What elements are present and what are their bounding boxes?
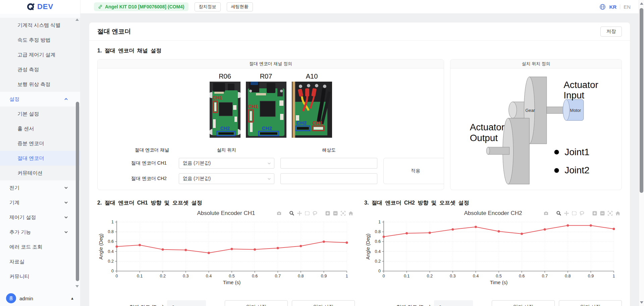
page-scrollbar[interactable] — [639, 0, 644, 306]
svg-text:0.8: 0.8 — [298, 274, 304, 278]
board-photo-r06: CH1 CH2 — [210, 82, 240, 138]
ch2-install-position-select[interactable]: 없음 (기본값) — [179, 173, 274, 184]
svg-text:Time (s): Time (s) — [223, 280, 241, 285]
ch1-read-start-button-2[interactable]: 읽기 시작 — [292, 300, 355, 306]
sidebar-group-electrical[interactable]: 전기 — [0, 180, 80, 195]
lang-en[interactable]: EN — [624, 4, 631, 10]
chevron-down-icon — [64, 201, 68, 205]
board-photo-a10: CH2 CH1 — [292, 82, 332, 138]
autoscale-icon[interactable] — [607, 211, 613, 216]
sidebar-item-advanced-controller[interactable]: 고급 제어기 설계 — [0, 47, 80, 62]
sidebar-item-incremental-encoder[interactable]: 증분 엔코더 — [0, 136, 80, 151]
sidebar-item-commutation[interactable]: 커뮤테이션 — [0, 166, 80, 180]
pan-icon[interactable] — [297, 211, 302, 216]
camera-icon[interactable] — [276, 211, 282, 216]
box-select-icon[interactable] — [572, 211, 577, 216]
diagram-actuator-output-line1: Actuator — [470, 122, 504, 132]
sidebar-item-error-codes[interactable]: 에러 코드 조회 — [0, 239, 80, 254]
sidebar-item-gait-phase-measure[interactable]: 보행 위상 측정 — [0, 77, 80, 92]
camera-icon[interactable] — [543, 211, 549, 216]
ch1-select-value: 없음 (기본값) — [183, 160, 211, 166]
ch2-read-start-button-1[interactable]: 읽기 시작 — [492, 300, 555, 306]
svg-text:0: 0 — [111, 269, 114, 273]
ch1-read-start-button-1[interactable]: 읽기 시작 — [225, 300, 288, 306]
ch1-install-position-select[interactable]: 없음 (기본값) — [179, 158, 274, 169]
sidebar-item-mechanical-system-id[interactable]: 기계적 시스템 식별 — [0, 18, 80, 33]
link-icon — [98, 4, 103, 9]
svg-text:0.8: 0.8 — [108, 229, 114, 234]
lasso-icon[interactable] — [579, 211, 585, 216]
ch1-footer: 현재 각도 (Deg) 0 읽기 시작 읽기 시작 — [97, 300, 355, 306]
ch2-current-angle-value: 0 — [434, 300, 473, 306]
device-connection-badge[interactable]: Angel KIT D10 [MF0076008] (COM4) — [94, 2, 189, 11]
zoom-out-icon[interactable] — [600, 211, 605, 216]
svg-text:0.6: 0.6 — [252, 274, 258, 278]
sidebar-scrollbar-thumb[interactable] — [76, 102, 79, 281]
board-figure-r06: R06 — [210, 73, 240, 139]
home-icon[interactable] — [348, 211, 354, 216]
user-menu[interactable]: 홍 admin ▲ — [0, 291, 80, 306]
page-scrollbar-thumb[interactable] — [640, 8, 643, 193]
sidebar-group-controller-settings[interactable]: 제어기 설정 — [0, 210, 80, 225]
pan-icon[interactable] — [564, 211, 569, 216]
svg-text:0.2: 0.2 — [427, 274, 433, 278]
app-logo[interactable]: DEV — [0, 0, 80, 14]
absolute-encoder-ch1-chart[interactable]: 00.10.20.30.40.50.60.70.80.9100.20.40.60… — [97, 218, 355, 287]
ch2-resolution-input[interactable] — [280, 173, 377, 184]
diagram-motor-label: Motor — [570, 108, 581, 113]
sidebar-group-settings[interactable]: 설정 — [0, 92, 80, 106]
apply-button[interactable]: 적용 — [383, 158, 444, 184]
setting-status-button[interactable]: 세팅현황 — [227, 2, 253, 11]
channel-panel-header: 절대 엔코더 채널 정의 — [98, 59, 444, 69]
diagram-joint2-label: Joint2 — [565, 165, 589, 175]
device-info-button[interactable]: 장치정보 — [195, 2, 221, 11]
diagram-gear-label: Gear — [525, 108, 535, 113]
absolute-encoder-ch2-chart[interactable]: 00.10.20.30.40.50.60.70.80.9100.20.40.60… — [364, 218, 622, 287]
sidebar-nav: 기계적 시스템 식별 속도 추정 방법 고급 제어기 설계 관성 측정 보행 위… — [0, 14, 80, 291]
sidebar-item-basic-settings[interactable]: 기본 설정 — [0, 106, 80, 121]
sidebar-group-mechanical[interactable]: 기계 — [0, 195, 80, 210]
sidebar-item-speed-estimation[interactable]: 속도 추정 방법 — [0, 33, 80, 47]
ch1-resolution-input[interactable] — [280, 158, 377, 169]
col-header-resolution: 해상도 — [280, 147, 377, 153]
sidebar-item-resources[interactable]: 자료실 — [0, 254, 80, 269]
sidebar-scroll-down-arrow[interactable] — [75, 285, 79, 288]
autoscale-icon[interactable] — [340, 211, 346, 216]
save-button[interactable]: 저장 — [600, 27, 622, 37]
sidebar-item-absolute-encoder[interactable]: 절대 엔코더 — [0, 151, 80, 166]
device-badge-text: Angel KIT D10 [MF0076008] (COM4) — [105, 4, 184, 9]
ch2-footer: 현재 각도 (Deg) 0 읽기 시작 읽기 시작 — [364, 300, 622, 306]
zoom-out-icon[interactable] — [333, 211, 338, 216]
sidebar-group-mechanical-label: 기계 — [9, 200, 19, 206]
svg-text:CH2: CH2 — [262, 125, 272, 131]
board-photo-r07: CH1 CH2 — [246, 82, 286, 138]
svg-text:1: 1 — [613, 274, 615, 278]
zoom-in-icon[interactable] — [325, 211, 330, 216]
chevron-down-icon — [267, 177, 271, 181]
sidebar-item-community[interactable]: 커뮤니티 — [0, 269, 80, 284]
ch2-read-start-button-2[interactable]: 읽기 시작 — [559, 300, 622, 306]
svg-text:CH1: CH1 — [313, 120, 323, 126]
zoom-icon[interactable] — [556, 211, 561, 216]
logo-icon — [27, 3, 35, 11]
page-scroll-down-arrow[interactable] — [640, 301, 643, 304]
globe-icon[interactable] — [599, 4, 606, 10]
install-position-panel: 설치 위치 정의 — [450, 59, 622, 190]
svg-text:0.6: 0.6 — [519, 274, 525, 278]
sidebar-group-extra-features[interactable]: 추가 기능 — [0, 225, 80, 239]
svg-text:0.9: 0.9 — [321, 274, 327, 278]
sidebar-scroll-up-arrow[interactable] — [75, 18, 79, 21]
home-icon[interactable] — [615, 211, 621, 216]
box-select-icon[interactable] — [305, 211, 310, 216]
sidebar-item-hall-sensor[interactable]: 홀 센서 — [0, 121, 80, 136]
zoom-icon[interactable] — [289, 211, 294, 216]
sidebar-item-inertia-measure[interactable]: 관성 측정 — [0, 62, 80, 77]
lasso-icon[interactable] — [312, 211, 318, 216]
col-header-channel: 절대 엔코더 채널 — [131, 147, 173, 153]
chart1-modebar — [276, 211, 354, 216]
zoom-in-icon[interactable] — [592, 211, 597, 216]
lang-kr[interactable]: KR — [609, 4, 616, 10]
page-scroll-up-arrow[interactable] — [640, 2, 643, 5]
content-card: 절대 엔코더 저장 1. 절대 엔코더 채널 설정 절대 엔코더 채널 정의 R… — [89, 23, 630, 306]
svg-text:0: 0 — [383, 274, 385, 278]
